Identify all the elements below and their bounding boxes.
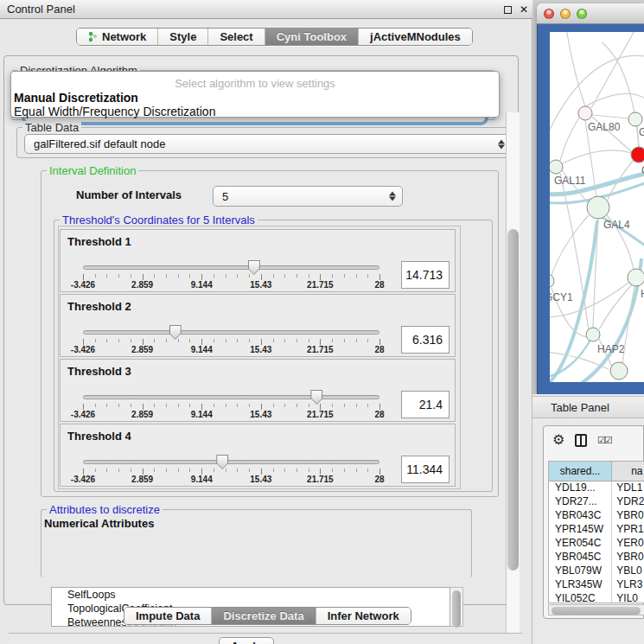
table-cell[interactable]: YDR27... [549, 495, 612, 509]
table-cell[interactable]: YBR043C [549, 509, 612, 523]
network-node-gal80[interactable] [578, 106, 592, 120]
attributes-list-scrollbar[interactable] [450, 587, 463, 627]
column-header-na[interactable]: na [612, 462, 644, 481]
attribute-item-selfloops[interactable]: SelfLoops [52, 588, 450, 602]
threshold-slider[interactable] [83, 265, 379, 270]
network-node-gal1[interactable] [628, 112, 642, 126]
threshold-value-field[interactable]: 6.316 [401, 326, 450, 354]
columns-icon[interactable] [575, 434, 587, 447]
network-node[interactable] [610, 362, 628, 379]
table-cell[interactable]: YIL0 [612, 592, 644, 603]
table-cell[interactable]: YBR0 [612, 509, 644, 523]
threshold-slider[interactable] [83, 330, 379, 335]
network-edge[interactable] [552, 215, 589, 275]
table-row[interactable]: YBR043CYBR0 [549, 509, 644, 523]
table-row[interactable]: YPR145WYPR1 [549, 523, 644, 537]
network-edge[interactable] [585, 93, 644, 106]
minimize-button[interactable] [560, 9, 571, 19]
table-cell[interactable]: YBL079W [549, 564, 612, 578]
network-node-gal11[interactable] [550, 160, 563, 174]
network-canvas[interactable]: GAL80GAL1CGAL11GAL4HGCY1HAP2 [550, 32, 644, 382]
table-row[interactable]: YLR345WYLR3 [549, 578, 644, 592]
threshold-panel: Threshold 3 -3.4262.8599.14415.4321.7152… [60, 359, 456, 422]
table-row[interactable]: YBR045CYBR0 [549, 551, 644, 564]
tab-infer-network[interactable]: Infer Network [316, 608, 411, 624]
table-cell[interactable]: YLR345W [549, 578, 612, 592]
slider-thumb[interactable] [248, 260, 260, 275]
panel-scrollbar-thumb[interactable] [507, 229, 519, 571]
table-data-combo[interactable]: galFiltered.sif default node [24, 134, 512, 154]
float-window-icon[interactable] [501, 3, 513, 16]
table-row[interactable]: YDL19...YDL1 [549, 481, 644, 495]
threshold-value-field[interactable]: 14.713 [401, 261, 450, 289]
tab-discretize-data[interactable]: Discretize Data [211, 608, 315, 624]
network-window-titlebar[interactable] [537, 3, 644, 24]
network-node-gal4[interactable] [587, 196, 609, 219]
table-cell[interactable]: YPR1 [612, 523, 644, 537]
table-row[interactable]: YIL052CYIL0 [549, 592, 644, 603]
slider-thumb[interactable] [169, 325, 182, 340]
table-row[interactable]: YER054CYER0 [549, 537, 644, 551]
network-edge[interactable] [560, 118, 579, 161]
slider-ticks [83, 274, 380, 280]
table-row[interactable]: YDR27...YDR2 [549, 495, 644, 509]
table-cell[interactable]: YDR2 [612, 495, 644, 509]
network-edge[interactable] [591, 32, 636, 108]
threshold-value-field[interactable]: 21.4 [401, 391, 450, 418]
table-data-label: Table Data [22, 121, 81, 134]
table-cell[interactable]: YBR045C [549, 551, 612, 564]
tick-label: 28 [374, 345, 384, 354]
network-edge[interactable] [560, 174, 589, 330]
table-horizontal-scrollbar[interactable] [548, 604, 644, 615]
zoom-button[interactable] [577, 9, 587, 19]
table-cell[interactable]: YPR145W [549, 523, 612, 537]
table-panel-header[interactable]: Table Panel [532, 396, 644, 418]
tab-impute-data[interactable]: Impute Data [124, 608, 211, 624]
network-node-h[interactable] [628, 269, 644, 286]
settings-gear-icon[interactable]: ⚙ [552, 431, 564, 448]
attributes-scrollbar-thumb[interactable] [452, 590, 461, 628]
network-edge[interactable] [563, 150, 632, 163]
node-label: HAP2 [597, 343, 625, 355]
tab-network[interactable]: Network [77, 29, 157, 45]
table-cell[interactable]: YBL0 [612, 564, 644, 578]
slider-thumb[interactable] [310, 390, 322, 405]
threshold-slider[interactable] [83, 460, 379, 464]
network-node-gcy1[interactable] [550, 274, 554, 288]
table-cell[interactable]: YBR0 [612, 551, 644, 564]
close-button[interactable] [544, 9, 554, 19]
table-cell[interactable]: YIL052C [549, 592, 612, 603]
column-header-shared[interactable]: shared... [549, 462, 612, 481]
close-icon[interactable]: ✕ [518, 3, 530, 16]
network-edge[interactable] [592, 115, 628, 118]
threshold-label: Threshold 1 [67, 235, 131, 248]
panel-scrollbar[interactable] [506, 112, 520, 644]
algorithm-option-manual-discretization[interactable]: Manual Discretization [14, 91, 498, 105]
number-of-intervals-combo[interactable]: 5 [213, 186, 403, 207]
table-cell[interactable]: YLR3 [612, 578, 644, 592]
threshold-value-field[interactable]: 11.344 [401, 456, 450, 483]
select-checkboxes-icon[interactable]: ☑☑ [597, 435, 611, 446]
table-cell[interactable]: YDL19... [549, 481, 612, 495]
tab-cyni-toolbox[interactable]: Cyni Toolbox [265, 29, 358, 45]
tab-style[interactable]: Style [157, 29, 207, 45]
tick-label: 15.43 [250, 475, 271, 484]
table-row[interactable]: YBL079WYBL0 [549, 564, 644, 578]
tab-select[interactable]: Select [207, 29, 264, 45]
control-panel-titlebar[interactable]: Control Panel ✕ [0, 0, 532, 19]
table-cell[interactable]: YER0 [612, 537, 644, 551]
table-cell[interactable]: YER054C [549, 537, 612, 551]
network-edge[interactable] [565, 32, 585, 106]
number-of-intervals-label: Number of Intervals [76, 188, 182, 201]
tick-label: -3.426 [71, 475, 95, 484]
network-node-c[interactable] [631, 147, 644, 163]
algorithm-option-equal-width-frequency-discretization[interactable]: Equal Width/Frequency Discretization [14, 105, 498, 118]
threshold-slider[interactable] [83, 395, 379, 399]
node-attribute-table[interactable]: shared...naYDL19...YDL1YDR27...YDR2YBR04… [548, 461, 644, 603]
tab-jactivemnodules[interactable]: jActiveMNodules [358, 29, 472, 45]
apply-button[interactable]: Apply [219, 637, 274, 644]
slider-thumb[interactable] [216, 455, 228, 469]
network-node-hap2[interactable] [586, 328, 600, 341]
table-scrollbar-thumb[interactable] [552, 607, 641, 615]
table-cell[interactable]: YDL1 [612, 481, 644, 495]
